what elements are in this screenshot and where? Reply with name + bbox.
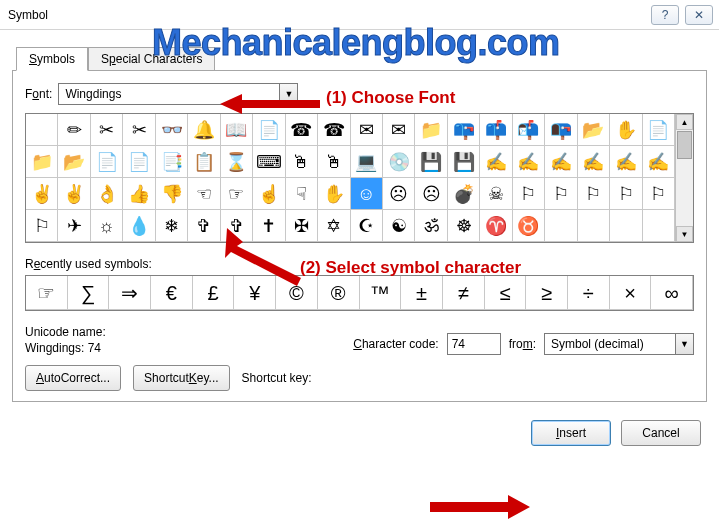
insert-button[interactable]: Insert xyxy=(531,420,611,446)
symbol-cell[interactable]: ☪ xyxy=(351,210,383,242)
recent-symbol-cell[interactable]: ≠ xyxy=(443,276,485,310)
symbol-cell[interactable]: ✌ xyxy=(26,178,58,210)
symbol-cell[interactable]: ☟ xyxy=(286,178,318,210)
recent-symbol-cell[interactable]: ≥ xyxy=(526,276,568,310)
shortcut-key-button[interactable]: Shortcut Key... xyxy=(133,365,230,391)
symbol-cell[interactable]: 💾 xyxy=(415,146,447,178)
from-combobox[interactable]: Symbol (decimal) ▼ xyxy=(544,333,694,355)
recent-symbol-cell[interactable]: ¥ xyxy=(234,276,276,310)
symbol-cell[interactable]: ☸ xyxy=(448,210,480,242)
symbol-cell[interactable]: 💿 xyxy=(383,146,415,178)
symbol-cell[interactable] xyxy=(643,210,675,242)
symbol-cell[interactable]: ✡ xyxy=(318,210,350,242)
symbol-cell[interactable]: 📬 xyxy=(513,114,545,146)
symbol-cell[interactable]: 📖 xyxy=(221,114,253,146)
symbol-cell[interactable]: ✈ xyxy=(58,210,90,242)
symbol-cell[interactable]: ✋ xyxy=(610,114,642,146)
recent-symbol-cell[interactable]: £ xyxy=(193,276,235,310)
symbol-cell[interactable]: ॐ xyxy=(415,210,447,242)
recent-symbol-cell[interactable]: × xyxy=(610,276,652,310)
symbol-cell[interactable]: ✂ xyxy=(123,114,155,146)
recent-symbol-cell[interactable]: ÷ xyxy=(568,276,610,310)
symbol-cell[interactable]: 👓 xyxy=(156,114,188,146)
symbol-cell[interactable]: 📁 xyxy=(415,114,447,146)
recent-symbol-cell[interactable]: © xyxy=(276,276,318,310)
symbol-cell[interactable]: ✝ xyxy=(253,210,285,242)
recent-symbol-cell[interactable]: ± xyxy=(401,276,443,310)
symbol-cell[interactable]: 👍 xyxy=(123,178,155,210)
scroll-down-icon[interactable]: ▼ xyxy=(676,226,693,242)
symbol-cell[interactable]: ⌨ xyxy=(253,146,285,178)
close-button[interactable]: ✕ xyxy=(685,5,713,25)
symbol-cell[interactable]: ✍ xyxy=(643,146,675,178)
symbol-cell[interactable]: ✍ xyxy=(610,146,642,178)
chevron-down-icon[interactable]: ▼ xyxy=(675,334,693,354)
symbol-cell[interactable]: 💻 xyxy=(351,146,383,178)
symbol-cell[interactable]: 📄 xyxy=(123,146,155,178)
symbol-cell[interactable]: 📭 xyxy=(545,114,577,146)
symbol-cell[interactable]: ❄ xyxy=(156,210,188,242)
recent-symbol-cell[interactable]: ⇒ xyxy=(109,276,151,310)
symbol-grid[interactable]: ✏✂✂👓🔔📖📄☎☎✉✉📁📪📫📬📭📂✋📄📁📂📄📄📑📋⌛⌨🖱🖱💻💿💾💾✍✍✍✍✍✍✌… xyxy=(26,114,675,242)
symbol-cell[interactable]: ⚐ xyxy=(26,210,58,242)
symbol-cell[interactable]: ♉ xyxy=(513,210,545,242)
symbol-cell[interactable] xyxy=(26,114,58,146)
symbol-cell[interactable]: ☞ xyxy=(221,178,253,210)
symbol-cell[interactable]: ☠ xyxy=(480,178,512,210)
symbol-cell[interactable]: 📫 xyxy=(480,114,512,146)
symbol-cell[interactable]: ✞ xyxy=(188,210,220,242)
font-combobox[interactable]: Wingdings ▼ xyxy=(58,83,298,105)
symbol-cell[interactable]: 📑 xyxy=(156,146,188,178)
cancel-button[interactable]: Cancel xyxy=(621,420,701,446)
symbol-cell[interactable]: ✉ xyxy=(351,114,383,146)
symbol-cell[interactable]: 🖱 xyxy=(318,146,350,178)
recent-symbol-cell[interactable]: ∞ xyxy=(651,276,693,310)
symbol-cell[interactable]: ☎ xyxy=(318,114,350,146)
symbol-cell[interactable]: 👎 xyxy=(156,178,188,210)
symbol-cell[interactable]: ✍ xyxy=(513,146,545,178)
symbol-cell[interactable]: ⚐ xyxy=(610,178,642,210)
symbol-cell[interactable] xyxy=(545,210,577,242)
recent-symbol-cell[interactable]: ≤ xyxy=(485,276,527,310)
symbol-cell[interactable]: ✌ xyxy=(58,178,90,210)
symbol-cell[interactable]: ☝ xyxy=(253,178,285,210)
symbol-cell[interactable]: ☜ xyxy=(188,178,220,210)
symbol-cell[interactable]: 💣 xyxy=(448,178,480,210)
recent-symbol-cell[interactable]: ™ xyxy=(360,276,402,310)
symbol-cell[interactable]: 📪 xyxy=(448,114,480,146)
symbol-cell[interactable]: 💾 xyxy=(448,146,480,178)
symbol-cell[interactable]: 📂 xyxy=(578,114,610,146)
symbol-cell[interactable]: 📄 xyxy=(643,114,675,146)
symbol-cell[interactable]: ♈ xyxy=(480,210,512,242)
recent-symbol-cell[interactable]: ® xyxy=(318,276,360,310)
symbol-cell[interactable]: 👌 xyxy=(91,178,123,210)
symbol-cell[interactable]: ✞ xyxy=(221,210,253,242)
charcode-input[interactable]: 74 xyxy=(447,333,501,355)
grid-scrollbar[interactable]: ▲ ▼ xyxy=(675,114,693,242)
symbol-cell[interactable]: ✋ xyxy=(318,178,350,210)
chevron-down-icon[interactable]: ▼ xyxy=(279,84,297,104)
symbol-cell[interactable]: 💧 xyxy=(123,210,155,242)
scroll-up-icon[interactable]: ▲ xyxy=(676,114,693,130)
recent-symbol-cell[interactable]: ☞ xyxy=(26,276,68,310)
scroll-thumb[interactable] xyxy=(677,131,692,159)
symbol-cell[interactable]: ☼ xyxy=(91,210,123,242)
symbol-cell[interactable]: ☹ xyxy=(415,178,447,210)
symbol-cell[interactable]: ✉ xyxy=(383,114,415,146)
symbol-cell[interactable]: ☯ xyxy=(383,210,415,242)
symbol-cell[interactable]: ✍ xyxy=(480,146,512,178)
tab-special-characters[interactable]: Special Characters xyxy=(88,47,215,71)
symbol-cell[interactable]: ⚐ xyxy=(545,178,577,210)
symbol-cell[interactable]: ☹ xyxy=(383,178,415,210)
symbol-cell[interactable]: ✠ xyxy=(286,210,318,242)
symbol-cell[interactable]: ✏ xyxy=(58,114,90,146)
help-button[interactable]: ? xyxy=(651,5,679,25)
recent-symbol-cell[interactable]: € xyxy=(151,276,193,310)
symbol-cell[interactable] xyxy=(610,210,642,242)
symbol-cell[interactable]: ⚐ xyxy=(643,178,675,210)
symbol-cell[interactable]: 🔔 xyxy=(188,114,220,146)
autocorrect-button[interactable]: AutoCorrect... xyxy=(25,365,121,391)
symbol-cell[interactable]: ✍ xyxy=(578,146,610,178)
symbol-cell[interactable]: 📁 xyxy=(26,146,58,178)
scroll-track[interactable] xyxy=(676,160,693,226)
